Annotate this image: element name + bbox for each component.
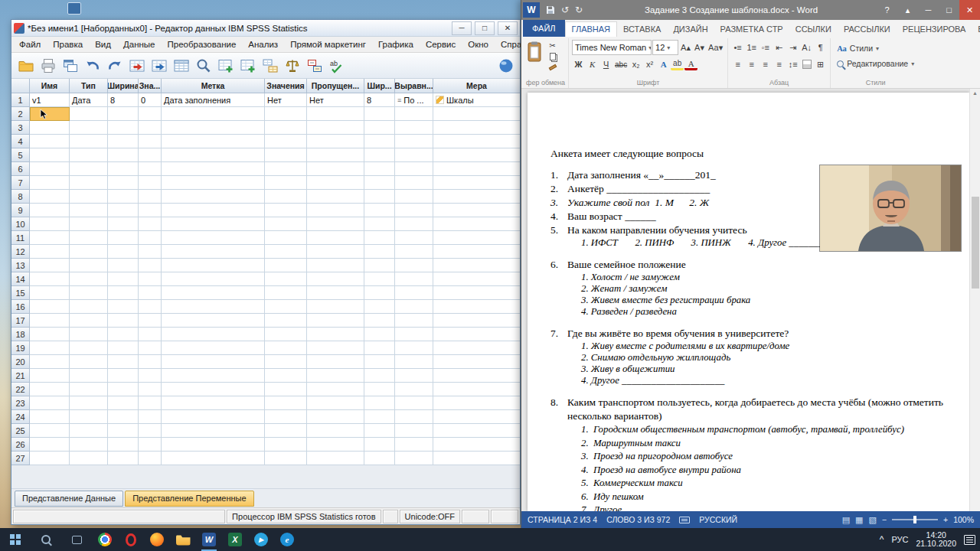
cell-r1c6[interactable]: Нет xyxy=(307,93,364,107)
cell-r6c7[interactable] xyxy=(364,162,395,176)
cell-r14c6[interactable] xyxy=(307,272,364,286)
cell-r11c6[interactable] xyxy=(307,231,364,245)
cell-r10c2[interactable] xyxy=(108,217,139,231)
cell-r20c7[interactable] xyxy=(364,355,395,369)
word-help-button[interactable]: ? xyxy=(877,0,897,20)
cell-r8c4[interactable] xyxy=(162,190,265,204)
numbering-button[interactable]: 1≡ xyxy=(745,41,758,54)
cell-r24c5[interactable] xyxy=(265,410,307,424)
search-button[interactable] xyxy=(31,528,61,551)
cell-r15c0[interactable] xyxy=(30,286,70,300)
cell-r3c6[interactable] xyxy=(307,121,364,135)
spss-close-button[interactable]: ✕ xyxy=(498,21,518,35)
cell-r25c3[interactable] xyxy=(139,424,162,438)
cell-r27c6[interactable] xyxy=(307,452,364,465)
cell-r15c1[interactable] xyxy=(70,286,108,300)
redo-icon[interactable]: ↻ xyxy=(572,5,586,15)
cell-r20c1[interactable] xyxy=(70,355,108,369)
cell-r25c5[interactable] xyxy=(265,424,307,438)
row-number-6[interactable]: 6 xyxy=(11,162,30,176)
row-number-11[interactable]: 11 xyxy=(11,231,30,245)
bullets-button[interactable]: •≡ xyxy=(731,41,744,54)
cell-r16c1[interactable] xyxy=(70,300,108,314)
cell-r1c5[interactable]: Нет xyxy=(265,93,307,107)
cell-r4c2[interactable] xyxy=(108,135,139,148)
ribbon-tab-4[interactable]: РАЗМЕТКА СТР xyxy=(714,22,789,37)
cell-r10c9[interactable] xyxy=(433,217,520,231)
cell-r4c8[interactable] xyxy=(395,135,433,148)
folder-taskbar-button[interactable] xyxy=(170,528,196,551)
cell-r25c7[interactable] xyxy=(364,424,395,438)
cell-r16c9[interactable] xyxy=(433,300,520,314)
cell-r2c6[interactable] xyxy=(307,107,364,121)
row-number-3[interactable]: 3 xyxy=(11,121,30,135)
cell-r27c5[interactable] xyxy=(265,452,307,465)
cell-r17c4[interactable] xyxy=(162,314,265,328)
cell-r23c4[interactable] xyxy=(162,396,265,410)
cell-r17c9[interactable] xyxy=(433,314,520,328)
cell-r26c4[interactable] xyxy=(162,438,265,452)
cell-r19c6[interactable] xyxy=(307,341,364,355)
cell-r15c5[interactable] xyxy=(265,286,307,300)
cell-r15c9[interactable] xyxy=(433,286,520,300)
styles-button[interactable]: Аа Стили ▾ xyxy=(834,42,917,54)
cell-r22c0[interactable] xyxy=(30,383,70,396)
ribbon-tab-2[interactable]: ВСТАВКА xyxy=(617,22,667,37)
cell-r7c9[interactable] xyxy=(433,176,520,190)
cell-r14c2[interactable] xyxy=(108,272,139,286)
cell-r8c9[interactable] xyxy=(433,190,520,204)
cell-r3c0[interactable] xyxy=(30,121,70,135)
cell-r16c2[interactable] xyxy=(108,300,139,314)
view-tab-1[interactable]: Представление Переменные xyxy=(125,491,253,507)
column-header-8[interactable]: Выравн... xyxy=(395,79,433,93)
cell-r27c3[interactable] xyxy=(139,452,162,465)
cell-r15c8[interactable] xyxy=(395,286,433,300)
cell-r18c4[interactable] xyxy=(162,328,265,341)
cell-r23c6[interactable] xyxy=(307,396,364,410)
cell-r6c4[interactable] xyxy=(162,162,265,176)
cell-r17c7[interactable] xyxy=(364,314,395,328)
cell-r11c4[interactable] xyxy=(162,231,265,245)
cell-r2c8[interactable] xyxy=(395,107,433,121)
row-number-22[interactable]: 22 xyxy=(11,383,30,396)
selected-cell[interactable] xyxy=(30,107,70,121)
cell-r4c0[interactable] xyxy=(30,135,70,148)
goto-case-icon[interactable] xyxy=(126,55,147,76)
edge-taskbar-button[interactable] xyxy=(274,528,300,551)
strikethrough-button[interactable]: abc xyxy=(613,57,629,71)
cut-icon[interactable]: ✂ xyxy=(546,41,559,51)
cell-r21c8[interactable] xyxy=(395,369,433,383)
cell-r20c3[interactable] xyxy=(139,355,162,369)
word-minimize-button[interactable]: ─ xyxy=(918,0,939,20)
cell-r7c4[interactable] xyxy=(162,176,265,190)
spss-menu-item-5[interactable]: Анализ xyxy=(242,38,284,51)
cell-r8c5[interactable] xyxy=(265,190,307,204)
cell-r27c8[interactable] xyxy=(395,452,433,465)
cell-r19c9[interactable] xyxy=(433,341,520,355)
cell-r17c3[interactable] xyxy=(139,314,162,328)
word-restore-button[interactable]: □ xyxy=(939,0,959,20)
word-count-indicator[interactable]: СЛОВО 3 ИЗ 972 xyxy=(606,515,670,524)
cell-r10c3[interactable] xyxy=(139,217,162,231)
cell-r23c8[interactable] xyxy=(395,396,433,410)
zoom-level[interactable]: 100% xyxy=(953,515,974,524)
zoom-slider[interactable] xyxy=(892,519,938,520)
scroll-up-icon[interactable]: ▲ xyxy=(972,89,978,97)
row-number-13[interactable]: 13 xyxy=(11,259,30,272)
cell-r1c1[interactable]: Дата xyxy=(70,93,108,107)
cell-r11c7[interactable] xyxy=(364,231,395,245)
column-header-9[interactable]: Мера xyxy=(433,79,520,93)
spelling-icon[interactable] xyxy=(326,55,347,76)
cell-r20c5[interactable] xyxy=(265,355,307,369)
cell-r20c8[interactable] xyxy=(395,355,433,369)
spss-menu-item-1[interactable]: Правка xyxy=(47,38,89,51)
cell-r18c5[interactable] xyxy=(265,328,307,341)
cell-r17c8[interactable] xyxy=(395,314,433,328)
borders-button[interactable]: ⊞ xyxy=(814,57,827,71)
cell-r11c3[interactable] xyxy=(139,231,162,245)
cell-r10c6[interactable] xyxy=(307,217,364,231)
align-left-button[interactable]: ≡ xyxy=(731,57,744,71)
redo-icon[interactable] xyxy=(104,55,125,76)
column-header-2[interactable]: Ширина xyxy=(108,79,139,93)
cell-r14c5[interactable] xyxy=(265,272,307,286)
